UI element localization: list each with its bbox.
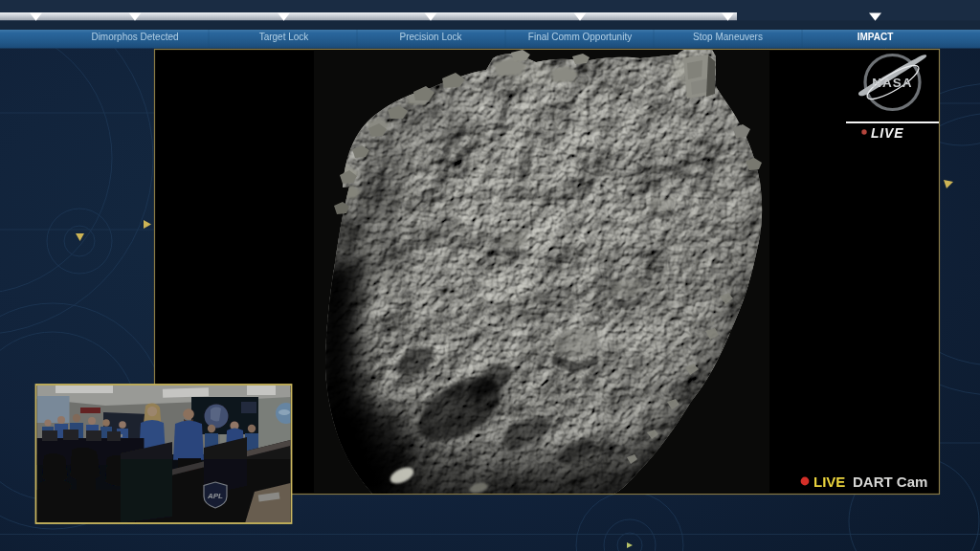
- svg-text:LIVE: LIVE: [813, 474, 845, 490]
- svg-text:IMPACT: IMPACT: [858, 32, 894, 42]
- svg-text:Target Lock: Target Lock: [259, 32, 310, 42]
- svg-text:Stop Maneuvers: Stop Maneuvers: [693, 32, 763, 42]
- svg-text:NASA: NASA: [872, 76, 912, 90]
- svg-text:Precision Lock: Precision Lock: [399, 32, 462, 42]
- svg-text:DART Cam: DART Cam: [853, 474, 927, 490]
- svg-text:Dimorphos Detected: Dimorphos Detected: [91, 32, 178, 42]
- svg-text:LIVE: LIVE: [871, 125, 903, 141]
- svg-text:Final Comm Opportunity: Final Comm Opportunity: [528, 32, 632, 42]
